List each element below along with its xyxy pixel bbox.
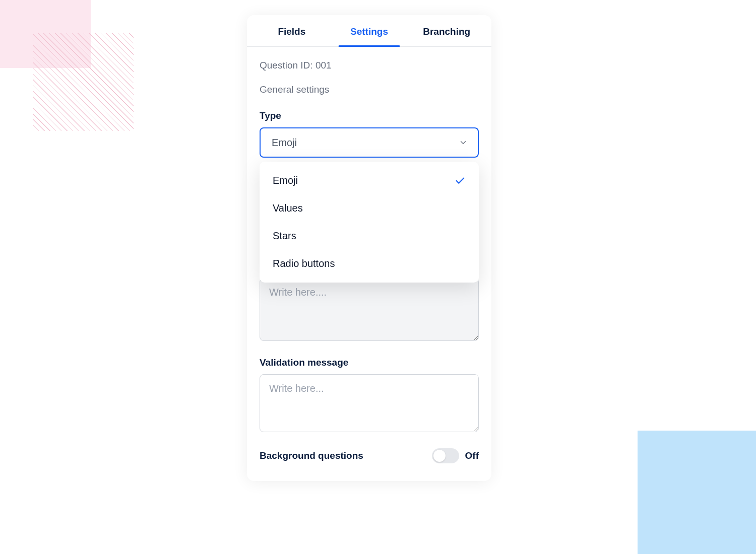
toggle-knob (433, 450, 446, 462)
toggle-wrap: Off (432, 448, 479, 463)
type-label: Type (260, 110, 479, 121)
type-option-label: Stars (273, 230, 296, 242)
settings-panel: Fields Settings Branching Question ID: 0… (247, 15, 491, 481)
question-id-label: Question ID: 001 (260, 60, 479, 71)
validation-label: Validation message (260, 357, 479, 368)
decorative-blue-block (638, 431, 756, 554)
decorative-hatch-pattern (33, 33, 134, 131)
background-questions-toggle[interactable] (432, 448, 459, 463)
check-icon (455, 175, 466, 186)
tab-fields[interactable]: Fields (253, 15, 331, 46)
type-dropdown: Emoji Values Stars Radio buttons (260, 162, 479, 283)
panel-content: Question ID: 001 General settings Type E… (247, 47, 491, 463)
validation-textarea[interactable] (260, 374, 479, 432)
type-option-radio[interactable]: Radio buttons (260, 250, 479, 278)
type-option-stars[interactable]: Stars (260, 222, 479, 250)
tab-branching[interactable]: Branching (408, 15, 485, 46)
type-selected-value: Emoji (272, 137, 297, 149)
type-option-emoji[interactable]: Emoji (260, 167, 479, 194)
tab-bar: Fields Settings Branching (247, 15, 491, 47)
type-select[interactable]: Emoji (260, 127, 479, 158)
background-questions-label: Background questions (260, 450, 363, 461)
type-option-values[interactable]: Values (260, 194, 479, 222)
type-option-label: Emoji (273, 175, 298, 186)
toggle-state-label: Off (465, 450, 479, 461)
validation-field-group: Validation message (260, 357, 479, 434)
chevron-down-icon (459, 138, 468, 147)
type-option-label: Values (273, 202, 303, 214)
background-questions-row: Background questions Off (260, 448, 479, 463)
tab-settings[interactable]: Settings (331, 15, 408, 46)
description-textarea[interactable] (260, 278, 479, 341)
general-settings-header: General settings (260, 84, 479, 95)
type-option-label: Radio buttons (273, 258, 335, 269)
type-field-group: Type Emoji Emoji Values Stars Radio butt… (260, 110, 479, 158)
